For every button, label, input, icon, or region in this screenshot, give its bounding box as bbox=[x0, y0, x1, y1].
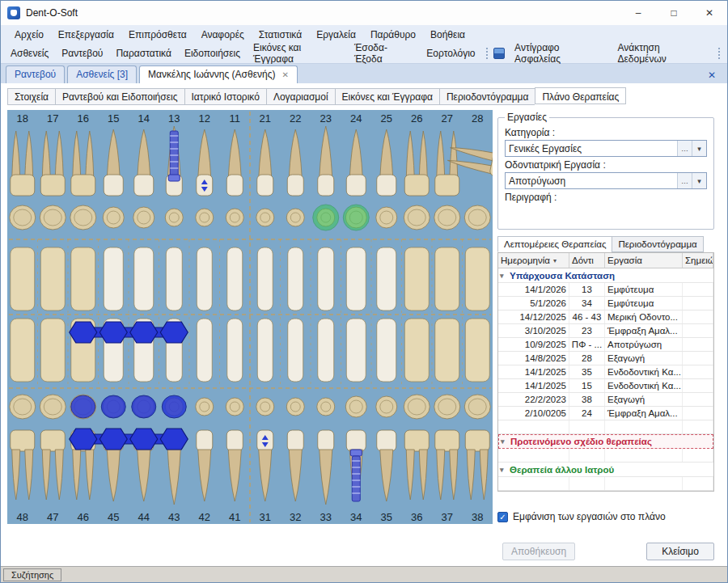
group-existing-state[interactable]: ▾Υπάρχουσα Κατάσταση bbox=[498, 268, 713, 283]
category-dropdown-icon[interactable]: ▾ bbox=[692, 141, 706, 156]
table-row[interactable]: 14/1/202535Ενδοδοντική Κα... bbox=[498, 365, 713, 379]
tab-periodontogram-detail[interactable]: Περιοδοντόγραμμα bbox=[612, 236, 703, 252]
subtab-images-documents[interactable]: Εικόνες και Έγγραφα bbox=[335, 88, 439, 105]
toolbar-item-backup[interactable]: Αντίγραφο Ασφαλείας bbox=[508, 40, 611, 67]
subtab-treatment-plan[interactable]: Πλάνο Θεραπείας bbox=[535, 87, 626, 104]
app-icon bbox=[7, 6, 20, 19]
column-header-date[interactable]: Ημερομηνία ▾ bbox=[498, 253, 569, 268]
subtab-medical-history[interactable]: Ιατρικό Ιστορικό bbox=[184, 88, 266, 105]
menu-item-edit[interactable]: Επεξεργασία bbox=[51, 27, 121, 43]
status-tab-discussion[interactable]: Συζήτησης bbox=[3, 568, 61, 581]
table-row[interactable]: 5/1/202634Εμφύτευμα bbox=[498, 297, 713, 311]
table-cell: Ενδοδοντική Κα... bbox=[605, 379, 683, 392]
table-cell bbox=[683, 311, 713, 323]
subtab-periodontogram[interactable]: Περιοδοντόγραμμα bbox=[439, 88, 535, 105]
collapse-icon[interactable]: ▾ bbox=[501, 437, 510, 446]
subtab-appointments-notifications[interactable]: Ραντεβού και Ειδοποιήσεις bbox=[55, 88, 184, 105]
menu-item-extras[interactable]: Επιπρόσθετα bbox=[121, 27, 194, 43]
toolbar-item-restore[interactable]: Ανάκτηση Δεδομένων bbox=[611, 40, 714, 67]
table-row[interactable]: 14/1/202515Ενδοδοντική Κα... bbox=[498, 379, 713, 393]
table-row[interactable]: 3/10/202523Έμφραξη Αμαλ... bbox=[498, 324, 713, 338]
toolbar-item-income-expenses[interactable]: Έσοδα-Έξοδα bbox=[348, 40, 420, 67]
table-row[interactable]: 14/8/202528Εξαγωγή bbox=[498, 352, 713, 365]
table-cell: Αποτρύγωση bbox=[605, 338, 683, 351]
category-combo[interactable]: Γενικές Εργασίες … ▾ bbox=[505, 140, 707, 157]
group-other-doctor[interactable]: ▾Θεραπεία άλλου Ιατρού bbox=[498, 463, 713, 477]
column-header-work[interactable]: Εργασία bbox=[605, 253, 683, 268]
tab-close-icon[interactable]: ✕ bbox=[281, 70, 288, 79]
maximize-icon[interactable]: □ bbox=[656, 1, 692, 25]
save-button[interactable]: Αποθήκευση bbox=[502, 543, 575, 560]
table-row[interactable]: 14/1/202613Εμφύτευμα bbox=[498, 283, 713, 297]
group-proposed-plan[interactable]: ▾Προτεινόμενο σχέδιο θεραπείας bbox=[498, 434, 713, 449]
close-icon[interactable]: ✕ bbox=[692, 1, 727, 25]
column-header-notes[interactable]: Σημειώ... bbox=[683, 253, 713, 268]
table-row[interactable]: 10/9/2025ΠΦ - ...Αποτρύγωση bbox=[498, 338, 713, 352]
table-cell: 3/10/2025 bbox=[498, 324, 569, 337]
subtab-accounts[interactable]: Λογαριασμοί bbox=[266, 88, 335, 105]
table-row[interactable] bbox=[498, 420, 713, 434]
table-row[interactable]: 22/2/202338Εξαγωγή bbox=[498, 393, 713, 407]
svg-text:31: 31 bbox=[260, 511, 271, 523]
toolbar-item-appointments[interactable]: Ραντεβού bbox=[55, 45, 109, 61]
tab-appointments[interactable]: Ραντεβού bbox=[6, 65, 65, 83]
table-row[interactable]: 2/10/020524Έμφραξη Αμαλ... bbox=[498, 407, 713, 420]
table-cell bbox=[569, 477, 605, 490]
close-page-button[interactable]: Κλείσιμο bbox=[646, 543, 714, 560]
svg-text:21: 21 bbox=[260, 112, 271, 125]
column-header-tooth[interactable]: Δόντι bbox=[569, 253, 605, 268]
table-cell: 34 bbox=[569, 297, 605, 310]
collapse-icon[interactable]: ▾ bbox=[500, 272, 510, 280]
table-cell: 14/12/2025 bbox=[498, 311, 569, 323]
table-row[interactable]: 14/12/202546 - 43Μερική Οδοντο... bbox=[498, 311, 713, 324]
table-cell bbox=[683, 338, 713, 351]
filter-dropdown-icon[interactable]: ▾ bbox=[553, 257, 557, 264]
table-cell: Εξαγωγή bbox=[605, 352, 683, 365]
menu-item-file[interactable]: Αρχείο bbox=[7, 27, 51, 43]
svg-text:25: 25 bbox=[381, 112, 392, 125]
table-cell: 46 - 43 bbox=[569, 311, 605, 323]
tab-patient-record[interactable]: Μανκέλης Ιωάννης (Ασθενής) ✕ bbox=[139, 65, 298, 83]
table-cell: 2/10/0205 bbox=[498, 407, 569, 420]
dental-work-dropdown-icon[interactable]: ▾ bbox=[692, 173, 706, 188]
dental-chart[interactable]: 1817161514131211212223242526272848474645… bbox=[7, 110, 493, 524]
subtab-details[interactable]: Στοιχεία bbox=[7, 88, 55, 105]
table-cell: Μερική Οδοντο... bbox=[605, 311, 683, 323]
svg-text:38: 38 bbox=[472, 511, 483, 523]
table-cell bbox=[683, 477, 713, 490]
table-row[interactable] bbox=[498, 449, 713, 463]
app-window: Dent-O-Soft – □ ✕ Αρχείο Επεξεργασία Επι… bbox=[0, 0, 728, 583]
svg-text:32: 32 bbox=[290, 511, 301, 523]
svg-text:11: 11 bbox=[230, 112, 241, 125]
menu-item-reports[interactable]: Αναφορές bbox=[194, 27, 252, 43]
dental-work-combo[interactable]: Αποτρύγωση … ▾ bbox=[505, 172, 707, 189]
toolbar-grip-icon[interactable] bbox=[718, 48, 720, 59]
table-cell: Εμφύτευμα bbox=[605, 297, 683, 310]
table-header: Ημερομηνία ▾ Δόντι Εργασία Σημειώ... bbox=[498, 253, 713, 268]
category-ellipsis-button[interactable]: … bbox=[677, 141, 692, 156]
dental-chart-svg[interactable]: 1817161514131211212223242526272848474645… bbox=[7, 110, 493, 524]
toolbar-item-images-documents[interactable]: Εικόνες και Έγγραφα bbox=[247, 40, 348, 67]
tab-treatment-details[interactable]: Λεπτομέρειες Θεραπείας bbox=[497, 236, 612, 252]
collapse-icon[interactable]: ▾ bbox=[500, 466, 510, 474]
table-cell bbox=[498, 477, 569, 490]
toolbar-grip-icon[interactable] bbox=[486, 48, 488, 59]
svg-text:18: 18 bbox=[17, 112, 28, 125]
statusbar: Συζήτησης bbox=[1, 566, 727, 582]
svg-text:33: 33 bbox=[320, 511, 332, 523]
dental-work-label: Οδοντιατρική Εργασία : bbox=[505, 159, 707, 171]
checkbox-label: Εμφάνιση των εργασιών στο πλάνο bbox=[513, 511, 666, 522]
dental-work-ellipsis-button[interactable]: … bbox=[677, 173, 692, 188]
toolbar-item-invoices[interactable]: Παραστατικά bbox=[109, 45, 177, 61]
minimize-icon[interactable]: – bbox=[620, 1, 656, 25]
table-cell bbox=[683, 379, 713, 392]
toolbar-item-patients[interactable]: Ασθενείς bbox=[4, 45, 55, 61]
toolbar-item-calendar[interactable]: Εορτολόγιο bbox=[420, 45, 481, 61]
show-works-checkbox[interactable]: ✓ Εμφάνιση των εργασιών στο πλάνο bbox=[497, 511, 714, 522]
tab-label: Μανκέλης Ιωάννης (Ασθενής) bbox=[148, 69, 275, 80]
table-row[interactable] bbox=[498, 477, 713, 491]
menu-item-help[interactable]: Βοήθεια bbox=[423, 27, 472, 43]
tab-patients[interactable]: Ασθενείς [3] bbox=[67, 65, 137, 83]
tabstrip-close-icon[interactable]: ✕ bbox=[701, 70, 722, 83]
toolbar-item-notifications[interactable]: Ειδοποιήσεις bbox=[178, 45, 247, 61]
